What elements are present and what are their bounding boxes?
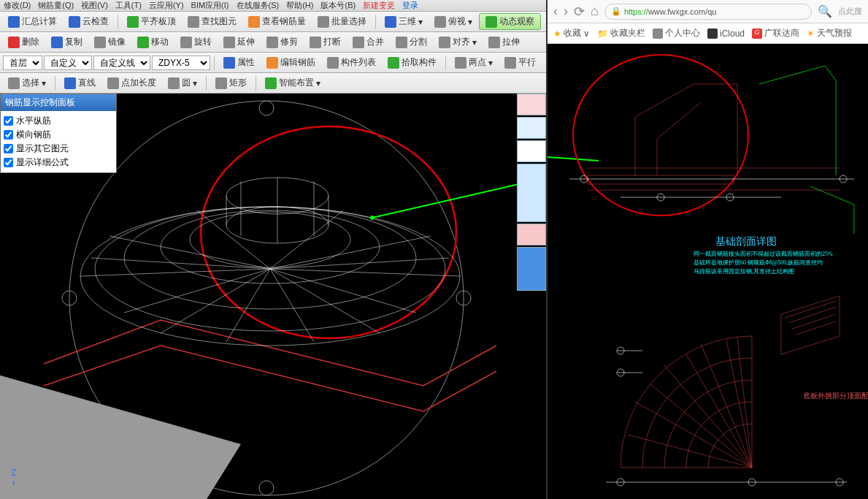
btn-rect[interactable]: 矩形 bbox=[210, 75, 252, 91]
dock-panel-5[interactable] bbox=[517, 224, 546, 245]
svg-line-50 bbox=[664, 365, 752, 468]
btn-mirror[interactable]: 镜像 bbox=[89, 34, 131, 50]
btn-calc[interactable]: 汇总计算 bbox=[3, 13, 62, 30]
menu-newchange[interactable]: 新建变更 bbox=[359, 0, 399, 11]
btn-move[interactable]: 移动 bbox=[132, 34, 174, 50]
btn-rotate[interactable]: 旋转 bbox=[175, 34, 217, 50]
flatten-icon bbox=[127, 16, 139, 28]
sel-code[interactable]: ZDYX-5 bbox=[152, 56, 210, 70]
break-icon bbox=[310, 37, 321, 48]
svg-line-34 bbox=[548, 157, 599, 161]
cloud-icon bbox=[69, 16, 80, 28]
dock-panel-4[interactable] bbox=[517, 164, 546, 222]
bm-personal[interactable]: 个人中心 bbox=[653, 27, 700, 39]
menu-cloud[interactable]: 云应用(Y) bbox=[145, 0, 188, 11]
list-icon bbox=[327, 57, 339, 69]
btn-pick[interactable]: 拾取构件 bbox=[383, 54, 442, 71]
home-button[interactable]: ⌂ bbox=[591, 4, 599, 19]
menu-tools[interactable]: 工具(T) bbox=[112, 0, 145, 11]
svg-line-60 bbox=[792, 314, 836, 329]
btn-extend[interactable]: 延伸 bbox=[218, 34, 260, 50]
btn-batchsel[interactable]: 批量选择 bbox=[312, 13, 372, 30]
rect-icon bbox=[215, 77, 227, 89]
search-icon[interactable]: 🔍 bbox=[818, 4, 832, 18]
circle-icon bbox=[168, 77, 180, 89]
svg-point-5 bbox=[201, 126, 456, 338]
chk-other[interactable]: 显示其它图元 bbox=[4, 142, 113, 156]
chk-transverse[interactable]: 横向钢筋 bbox=[4, 128, 113, 142]
btn-line[interactable]: 直线 bbox=[59, 75, 101, 91]
menu-login[interactable]: 登录 bbox=[399, 0, 422, 11]
btn-twopoint[interactable]: 两点▾ bbox=[450, 54, 498, 71]
btn-complist[interactable]: 构件列表 bbox=[322, 54, 381, 71]
btn-parallel[interactable]: 平行 bbox=[499, 54, 541, 71]
btn-align[interactable]: 对齐▾ bbox=[434, 34, 482, 50]
sel-customline[interactable]: 自定义线 bbox=[93, 56, 150, 70]
bm-favorite[interactable]: ★收藏∨ bbox=[553, 27, 590, 39]
btn-smartplace[interactable]: 智能布置▾ bbox=[260, 75, 326, 91]
btn-orbit[interactable]: 动态观察 bbox=[479, 13, 541, 30]
btn-topview[interactable]: 俯视▾ bbox=[429, 13, 477, 30]
toolbar-main: 汇总计算 云检查 平齐板顶 查找图元 查看钢筋量 批量选择 三维▾ 俯视▾ 动态… bbox=[0, 12, 546, 32]
topview-icon bbox=[434, 16, 446, 28]
dock-panel-1[interactable] bbox=[517, 94, 546, 115]
btn-trim[interactable]: 修剪 bbox=[261, 34, 303, 50]
toolbar-draw: 选择▾ 直线 点加长度 圆▾ 矩形 智能布置▾ bbox=[0, 73, 546, 94]
bm-glodon[interactable]: G广联达商 bbox=[752, 27, 799, 39]
btn-addpoint[interactable]: 点加长度 bbox=[102, 75, 161, 91]
btn-circle[interactable]: 圆▾ bbox=[163, 75, 202, 91]
btn-stretch[interactable]: 拉伸 bbox=[483, 34, 525, 50]
menu-view[interactable]: 视图(V) bbox=[77, 0, 112, 11]
btn-break[interactable]: 打断 bbox=[304, 34, 346, 50]
svg-line-18 bbox=[270, 269, 460, 276]
svg-point-33 bbox=[370, 216, 375, 220]
address-bar[interactable]: 🔒 https://www.fwxgx.com/qu bbox=[604, 4, 812, 20]
menu-help[interactable]: 帮助(H) bbox=[283, 0, 317, 11]
menu-rebar[interactable]: 钢筋量(Q) bbox=[34, 0, 77, 11]
bm-folder[interactable]: 📁收藏夹栏 bbox=[597, 27, 645, 39]
point-icon bbox=[107, 77, 119, 89]
btn-flatten[interactable]: 平齐板顶 bbox=[122, 13, 181, 30]
sel-floor[interactable]: 首层 bbox=[3, 56, 42, 70]
forward-button[interactable]: › bbox=[564, 4, 568, 19]
search-hint[interactable]: 点此搜 bbox=[838, 6, 862, 17]
btn-copy[interactable]: 复制 bbox=[46, 34, 88, 50]
svg-line-59 bbox=[788, 307, 836, 323]
cad-drawing-view[interactable]: 基础剖面详图 同一截面钢筋接头面积不得超过该截面钢筋面积的25% 基础环基地保护… bbox=[548, 44, 868, 499]
svg-point-35 bbox=[573, 55, 748, 216]
browser-navbar: ‹ › ⟳ ⌂ 🔒 https://www.fwxgx.com/qu 🔍 点此搜 bbox=[548, 0, 868, 23]
reload-button[interactable]: ⟳ bbox=[574, 4, 585, 20]
menu-modify[interactable]: 修改(D) bbox=[0, 0, 34, 11]
viewport-3d[interactable]: 钢筋显示控制面板 水平纵筋 横向钢筋 显示其它图元 显示详细公式 Z↑ bbox=[0, 94, 546, 499]
back-button[interactable]: ‹ bbox=[553, 4, 558, 19]
btn-cloud[interactable]: 云检查 bbox=[64, 13, 114, 30]
rebar-display-panel: 钢筋显示控制面板 水平纵筋 横向钢筋 显示其它图元 显示详细公式 bbox=[0, 94, 117, 173]
svg-text:同一截面钢筋接头面积不得超过该截面钢筋面积的25%: 同一截面钢筋接头面积不得超过该截面钢筋面积的25% bbox=[694, 251, 833, 257]
chk-formula[interactable]: 显示详细公式 bbox=[4, 156, 113, 169]
btn-select[interactable]: 选择▾ bbox=[3, 75, 51, 91]
chk-horizontal[interactable]: 水平纵筋 bbox=[4, 114, 113, 128]
dock-panel-2[interactable] bbox=[517, 117, 546, 139]
svg-line-19 bbox=[80, 269, 270, 276]
dock-panel-3[interactable] bbox=[517, 140, 546, 162]
btn-split[interactable]: 分割 bbox=[391, 34, 432, 50]
btn-delete[interactable]: 删除 bbox=[3, 34, 45, 50]
btn-viewrebar[interactable]: 查看钢筋量 bbox=[243, 13, 311, 30]
weather-icon: ☀ bbox=[807, 28, 815, 39]
svg-line-30 bbox=[270, 210, 343, 269]
bm-icloud[interactable]: iCloud bbox=[707, 28, 745, 39]
menu-bim[interactable]: BIM应用(I) bbox=[188, 0, 233, 11]
btn-find[interactable]: 查找图元 bbox=[183, 13, 242, 30]
picker-icon bbox=[388, 57, 399, 69]
btn-3d[interactable]: 三维▾ bbox=[380, 13, 428, 30]
btn-property[interactable]: 属性 bbox=[218, 54, 260, 71]
btn-editrebar[interactable]: 编辑钢筋 bbox=[261, 54, 320, 71]
btn-merge[interactable]: 合并 bbox=[347, 34, 389, 50]
bookmark-bar: ★收藏∨ 📁收藏夹栏 个人中心 iCloud G广联达商 ☀天气预报 bbox=[548, 23, 868, 44]
dock-panel-6[interactable] bbox=[517, 247, 546, 291]
bm-weather[interactable]: ☀天气预报 bbox=[807, 27, 852, 39]
menu-online[interactable]: 在线服务(S) bbox=[233, 0, 283, 11]
person-icon bbox=[653, 28, 663, 39]
sel-custom[interactable]: 自定义 bbox=[44, 56, 92, 70]
menu-version[interactable]: 版本号(B) bbox=[317, 0, 359, 11]
